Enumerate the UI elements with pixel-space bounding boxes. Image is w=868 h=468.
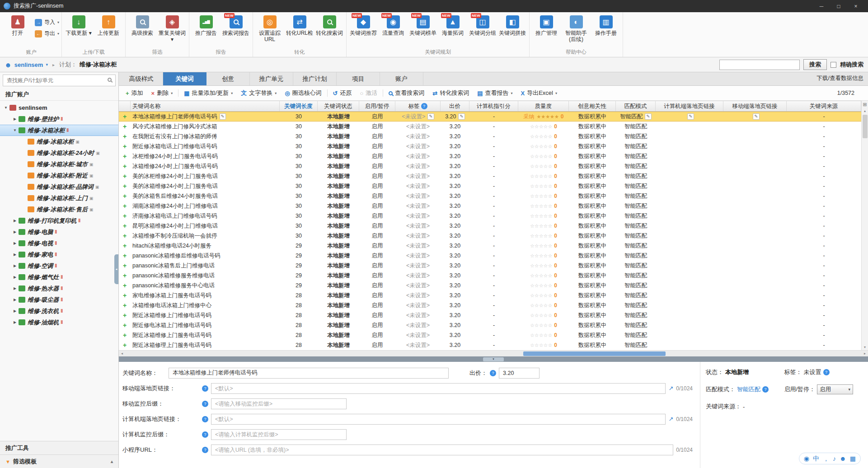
- download-view-data-link[interactable]: 下载/查看数据信息: [817, 75, 863, 82]
- mobile-suffix-input[interactable]: [211, 398, 347, 409]
- maximize-button[interactable]: □: [830, 0, 847, 12]
- external-link-icon[interactable]: ↗: [668, 416, 673, 422]
- keyword-name-input[interactable]: [169, 368, 449, 379]
- ribbon-button-mass-expand[interactable]: NEW▲海量拓词: [438, 13, 467, 47]
- column-settings-icon[interactable]: ⊞: [863, 101, 867, 108]
- table-row[interactable]: +美的冰柜维修24小时上门服务电话30本地新增启用<未设置>3.20-☆☆☆☆☆…: [119, 171, 861, 181]
- tree-item-plan-16[interactable]: ▶维修-热水器‖: [0, 283, 118, 294]
- table-row[interactable]: +湖南冰箱维修24小时上门维修电话30本地新增启用<未设置>3.20-☆☆☆☆☆…: [119, 201, 861, 211]
- table-row[interactable]: +风冷式冰箱维修上门修风冷式冰箱30本地新增启用<未设置>3.20-☆☆☆☆☆0…: [119, 122, 861, 131]
- mobile-landing-input[interactable]: [211, 383, 666, 394]
- vertical-scrollbar[interactable]: ⊞ ▴ ▾: [861, 101, 868, 350]
- horizontal-scrollbar[interactable]: ◂ ▸: [119, 350, 868, 356]
- ribbon-button-duplicate-keywords[interactable]: ◈重复关键词 ▾: [158, 13, 187, 47]
- tree-item-plan-13[interactable]: ▶维修-家电‖: [0, 249, 118, 260]
- column-header-quality[interactable]: 质量度: [518, 101, 569, 111]
- add-keyword-icon[interactable]: +: [123, 332, 127, 339]
- add-keyword-icon[interactable]: +: [123, 252, 127, 259]
- scroll-down-icon[interactable]: ▾: [864, 344, 866, 350]
- tab-promotion-unit[interactable]: 推广单元: [250, 72, 293, 85]
- tree-caret-icon[interactable]: ▶: [12, 219, 18, 223]
- ribbon-button-manual[interactable]: ▥操作手册: [591, 13, 620, 47]
- accept-button[interactable]: 采纳: [524, 113, 535, 121]
- pc-suffix-input[interactable]: [211, 429, 347, 440]
- table-row[interactable]: +美的冰箱维修24小时上门服务电话30本地新增启用<未设置>3.20-☆☆☆☆☆…: [119, 181, 861, 191]
- tree-caret-icon[interactable]: ▶: [12, 230, 18, 234]
- ribbon-button-tracking-url[interactable]: ◎设置追踪URL: [255, 13, 284, 47]
- add-keyword-icon[interactable]: +: [123, 123, 127, 130]
- tree-caret-icon[interactable]: ▶: [12, 241, 18, 245]
- hscroll-thumb[interactable]: [523, 351, 666, 356]
- add-keyword-icon[interactable]: +: [123, 312, 127, 319]
- tree-item-plan-10[interactable]: ▶维修-打印机复印机‖: [0, 215, 118, 226]
- sidebar-item-filter-template[interactable]: ▼ 筛选模板 ▴: [0, 454, 118, 468]
- tree-item-plan-15[interactable]: ▶维修-燃气灶‖: [0, 271, 118, 283]
- pc-suffix-help-icon[interactable]: ?: [202, 431, 208, 438]
- mobile-suffix-help-icon[interactable]: ?: [202, 401, 208, 407]
- enable-select[interactable]: 启用 ▾: [817, 384, 853, 394]
- tag-help-icon[interactable]: ?: [823, 369, 830, 375]
- tree-caret-icon[interactable]: ▼: [12, 128, 18, 132]
- add-keyword-icon[interactable]: +: [123, 262, 127, 269]
- ribbon-button-promotion-report[interactable]: ▂▅▇推广报告: [192, 13, 221, 47]
- mobile-landing-help-icon[interactable]: ?: [202, 385, 208, 392]
- column-header-tag[interactable]: 标签?: [395, 101, 441, 111]
- minimize-button[interactable]: ─: [813, 0, 830, 12]
- punctuation-icon[interactable]: ，: [823, 454, 829, 463]
- ribbon-button-upload-update[interactable]: ↑上传更新: [94, 13, 123, 47]
- table-row[interactable]: +panasonic冰箱售后上门维修电话29本地新增启用<未设置>3.20-☆☆…: [119, 261, 861, 271]
- table-row[interactable]: +本地冰箱维修上门老师傅电话号码✎30本地新增启用<未设置>✎3.20✎-采纳★…: [119, 112, 861, 122]
- tree-search-input[interactable]: [3, 75, 116, 86]
- tab-keywords[interactable]: 关键词: [163, 72, 206, 85]
- add-keyword-icon[interactable]: +: [123, 292, 127, 299]
- pc-landing-help-icon[interactable]: ?: [202, 416, 208, 422]
- column-header-name[interactable]: 关键词名称: [131, 101, 280, 111]
- add-keyword-icon[interactable]: +: [123, 143, 127, 150]
- voice-icon[interactable]: ♪: [833, 454, 836, 463]
- tree-caret-icon[interactable]: ▶: [12, 298, 18, 302]
- tree-caret-icon[interactable]: ▶: [12, 309, 18, 313]
- add-keyword-icon[interactable]: +: [123, 163, 127, 170]
- table-row[interactable]: +附近冰箱维修上门维修电话号码28本地新增启用<未设置>3.20-☆☆☆☆☆0数…: [119, 310, 861, 320]
- tab-promotion-plan[interactable]: 推广计划: [293, 72, 337, 85]
- add-keyword-icon[interactable]: +: [123, 322, 127, 329]
- table-row[interactable]: +hitachi冰箱维修电话24小时服务29本地新增启用<未设置>3.20-☆☆…: [119, 241, 861, 251]
- table-row[interactable]: +冰柜维修24小时上门服务电话号码30本地新增启用<未设置>3.20-☆☆☆☆☆…: [119, 151, 861, 161]
- column-header-pc_score[interactable]: 计算机指引分: [469, 101, 518, 111]
- tree-item-plan-12[interactable]: ▶维修-电视‖: [0, 238, 118, 249]
- tree-item-account-0[interactable]: ▼senlinsem: [0, 102, 118, 113]
- toolbar-button-batch-update[interactable]: ▦批量添加/更新▾: [180, 88, 237, 98]
- add-keyword-icon[interactable]: +: [123, 222, 127, 229]
- chinese-mode-icon[interactable]: 中: [813, 454, 819, 463]
- tree-item-unit-8[interactable]: 维修-冰箱冰柜-上门▣: [0, 192, 118, 204]
- add-keyword-icon[interactable]: +: [123, 212, 127, 220]
- table-row[interactable]: +冰箱维修24小时上门服务电话号码30本地新增启用<未设置>3.20-☆☆☆☆☆…: [119, 161, 861, 171]
- tree-caret-icon[interactable]: ▼: [3, 106, 9, 110]
- ribbon-button-smart-assistant[interactable]: ◐智能助手(后续): [562, 13, 591, 47]
- table-row[interactable]: +panasonic冰箱维修服务中心电话29本地新增启用<未设置>3.20-☆☆…: [119, 281, 861, 290]
- edit-keyword-icon[interactable]: ✎: [220, 113, 226, 120]
- table-row[interactable]: +附近冰箱修理上门服务电话号码28本地新增启用<未设置>3.20-☆☆☆☆☆0数…: [119, 340, 861, 350]
- column-header-creative[interactable]: 创意相关性: [569, 101, 616, 111]
- exact-search-checkbox[interactable]: [830, 62, 836, 68]
- edit-match-icon[interactable]: ✎: [645, 113, 651, 120]
- tree-item-plan-14[interactable]: ▶维修-空调‖: [0, 260, 118, 271]
- tree-caret-icon[interactable]: ▶: [12, 264, 18, 268]
- add-keyword-icon[interactable]: +: [123, 302, 127, 309]
- tree-caret-icon[interactable]: ▶: [12, 275, 18, 279]
- tree-item-plan-17[interactable]: ▶维修-吸尘器‖: [0, 294, 118, 305]
- pc-landing-input[interactable]: [211, 414, 666, 425]
- toolbar-button-view-report[interactable]: ▤查看报告▾: [473, 88, 516, 98]
- toolbar-button-restore[interactable]: ↺还原: [329, 88, 356, 98]
- tree-item-plan-19[interactable]: ▶维修-油烟机‖: [0, 317, 118, 328]
- edit-tag-icon[interactable]: ✎: [427, 113, 434, 120]
- ribbon-button-traffic-query[interactable]: NEW◉流量查询: [379, 13, 408, 47]
- add-keyword-icon[interactable]: +: [123, 153, 127, 160]
- close-button[interactable]: ×: [847, 0, 864, 12]
- tree-item-unit-6[interactable]: 维修-冰箱冰柜-附近▣: [0, 170, 118, 181]
- toolbar-button-text-replace[interactable]: 文文字替换▾: [237, 88, 281, 98]
- add-keyword-icon[interactable]: +: [123, 232, 127, 239]
- tree-item-unit-7[interactable]: 维修-冰箱冰柜-品牌词▣: [0, 181, 118, 192]
- user-icon[interactable]: ☻: [840, 454, 846, 463]
- table-row[interactable]: +济南修冰箱电话上门维修电话号码30本地新增启用<未设置>3.20-☆☆☆☆☆0…: [119, 211, 861, 221]
